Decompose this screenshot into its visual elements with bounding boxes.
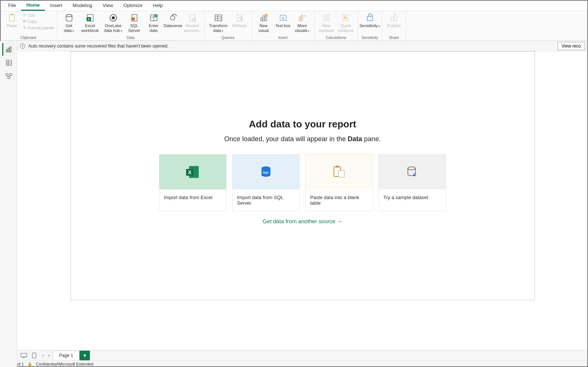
svg-rect-0 — [9, 14, 14, 21]
tab-view[interactable]: View — [97, 1, 118, 10]
clipboard-small: ✂Cut ⧉Copy ✎Format painter — [22, 12, 55, 31]
report-canvas[interactable]: Add data to your report Once loaded, you… — [71, 51, 535, 300]
quick-measure-label: Quick measure — [337, 23, 355, 33]
page-tab-bar: ◄ ► Page 1 + — [17, 350, 588, 360]
recent-sources-button[interactable]: Recent sources — [183, 12, 202, 33]
onelake-icon — [109, 13, 118, 22]
tab-help[interactable]: Help — [148, 1, 168, 10]
svg-rect-39 — [6, 49, 7, 52]
desktop-layout-button[interactable] — [19, 351, 29, 360]
group-share: Publish Share — [382, 11, 406, 40]
dataverse-button[interactable]: Dataverse — [163, 12, 183, 28]
card-paste-table[interactable]: Paste data into a blank table — [305, 154, 373, 211]
group-sensitivity: Sensitivity Sensitivity — [358, 11, 382, 40]
cut-icon: ✂ — [23, 13, 26, 17]
more-visuals-button[interactable]: More visuals — [293, 12, 312, 33]
textbox-icon: A — [279, 13, 287, 22]
refresh-button[interactable]: Refresh — [230, 12, 249, 28]
copy-icon: ⧉ — [23, 19, 26, 24]
new-measure-button[interactable]: New measure — [317, 12, 336, 33]
group-data-label: Data — [59, 35, 202, 40]
svg-point-7 — [112, 16, 115, 19]
more-visuals-label: More visuals — [293, 23, 311, 33]
excel-file-icon: X — [185, 165, 200, 179]
tab-modeling[interactable]: Modeling — [68, 1, 98, 10]
view-recovered-button[interactable]: View reco — [558, 42, 585, 50]
tab-insert[interactable]: Insert — [45, 1, 68, 10]
data-source-cards: X Import data from Excel SQL Import data… — [159, 154, 446, 211]
ribbon-tabs: File Home Insert Modeling View Optimize … — [0, 0, 588, 11]
svg-rect-23 — [263, 16, 264, 21]
brush-icon: ✎ — [23, 25, 26, 30]
group-calculations: New measure Quick measure Calculations — [315, 11, 358, 40]
get-data-button[interactable]: Get data — [59, 12, 79, 33]
svg-text:+: + — [155, 14, 156, 17]
format-painter-button[interactable]: ✎Format painter — [23, 25, 55, 31]
refresh-label: Refresh — [232, 23, 247, 28]
tab-optimize[interactable]: Optimize — [118, 1, 147, 10]
get-data-label: Get data — [60, 23, 78, 33]
excel-workbook-button[interactable]: X Excel workbook — [79, 12, 102, 33]
paste-icon — [7, 13, 16, 22]
model-view-icon — [6, 73, 12, 79]
svg-rect-38 — [394, 16, 397, 21]
svg-rect-62 — [32, 353, 36, 358]
get-data-another-link[interactable]: Get data from another source → — [263, 218, 342, 224]
data-view-icon — [6, 59, 12, 66]
new-visual-button[interactable]: + New visual — [254, 12, 273, 33]
group-queries: Transform data Refresh Queries — [205, 11, 252, 40]
svg-rect-60 — [21, 353, 27, 357]
publish-button[interactable]: Publish — [384, 12, 404, 28]
sensitivity-button[interactable]: Sensitivity — [360, 12, 380, 29]
quick-measure-button[interactable]: Quick measure — [336, 12, 355, 33]
enter-data-button[interactable]: + Enter data — [144, 12, 163, 33]
card-import-excel[interactable]: X Import data from Excel — [159, 154, 227, 211]
svg-rect-22 — [261, 17, 262, 21]
excel-label: Excel workbook — [79, 23, 101, 33]
sample-db-icon — [406, 165, 419, 179]
cut-button[interactable]: ✂Cut — [23, 12, 55, 18]
ribbon: Paste ✂Cut ⧉Copy ✎Format painter Clipboa… — [0, 11, 588, 41]
card-sample-dataset[interactable]: Try a sample dataset — [379, 154, 446, 211]
page-next-button[interactable]: ► — [46, 351, 53, 360]
group-share-label: Share — [384, 35, 404, 40]
model-view-button[interactable] — [2, 70, 15, 82]
status-classification: Confidential\Microsoft Extended — [36, 362, 93, 366]
subtitle-bold: Data — [348, 135, 362, 143]
transform-data-button[interactable]: Transform data — [207, 12, 230, 33]
card-paste-label: Paste data into a blank table — [306, 189, 373, 211]
sensitivity-label: Sensitivity — [360, 23, 380, 29]
onelake-hub-button[interactable]: OneLake data hub — [102, 12, 125, 33]
data-view-button[interactable] — [2, 56, 15, 69]
report-view-icon — [6, 46, 12, 53]
svg-rect-30 — [301, 15, 303, 21]
dataverse-icon — [169, 13, 178, 22]
card-import-sql[interactable]: SQL Import data from SQL Server — [232, 154, 300, 211]
copy-label: Copy — [27, 19, 37, 24]
visual-icon: + — [259, 13, 268, 22]
transform-label: Transform data — [208, 23, 229, 33]
sql-server-button[interactable]: SQL Server — [125, 12, 144, 33]
enter-data-label: Enter data — [145, 23, 163, 33]
quick-measure-icon — [341, 13, 350, 22]
svg-point-59 — [408, 167, 415, 170]
svg-rect-29 — [299, 17, 301, 21]
page-prev-button[interactable]: ◄ — [39, 351, 46, 360]
cut-label: Cut — [28, 13, 34, 17]
view-rail — [0, 41, 17, 367]
tab-file[interactable]: File — [3, 1, 21, 10]
status-bar: Page 1 of 1 🔒 Confidential\Microsoft Ext… — [0, 360, 588, 367]
report-view-button[interactable] — [2, 43, 15, 56]
auto-recovery-bar: i Auto recovery contains some recovered … — [17, 41, 588, 51]
add-page-button[interactable]: + — [79, 351, 90, 360]
group-queries-label: Queries — [207, 35, 249, 40]
tab-home[interactable]: Home — [21, 0, 45, 11]
mobile-layout-button[interactable] — [29, 351, 39, 360]
svg-rect-9 — [131, 17, 135, 20]
enter-data-icon: + — [149, 13, 158, 22]
text-box-button[interactable]: A Text box — [273, 12, 293, 28]
paste-button[interactable]: Paste — [2, 12, 22, 28]
sql-icon — [130, 13, 139, 22]
page-tab-1[interactable]: Page 1 — [53, 351, 79, 360]
copy-button[interactable]: ⧉Copy — [23, 18, 55, 25]
